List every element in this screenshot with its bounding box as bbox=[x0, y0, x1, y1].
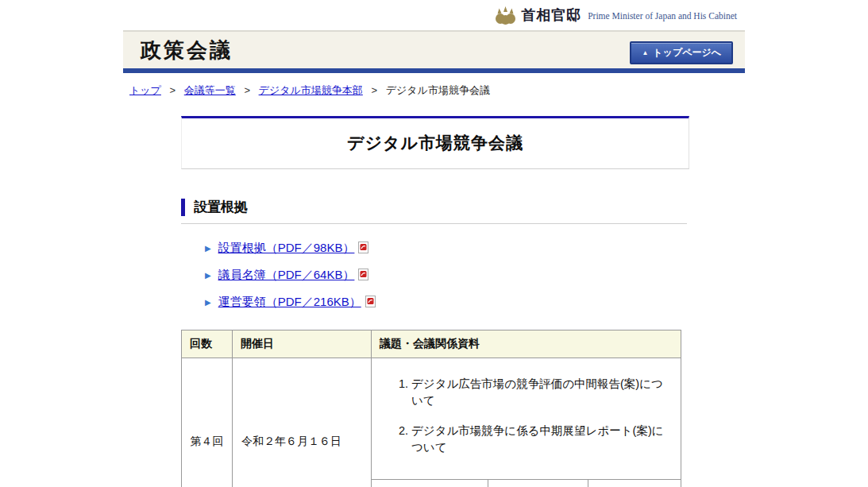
link-member-roster-pdf[interactable]: 議員名簿（PDF／64KB） bbox=[218, 268, 355, 283]
agenda-item: デジタル市場競争に係る中期展望レポート(案)について bbox=[411, 423, 669, 456]
meeting-doc-links-row: 議事次第（PDF／45KB） 配布資料 議事録（PDF／256KB） bbox=[372, 479, 681, 487]
section-heading-wrap: 設置根拠 bbox=[181, 199, 687, 224]
column-header-agenda: 議題・会議関係資料 bbox=[372, 330, 681, 358]
meetings-table: 回数 開催日 議題・会議関係資料 第４回 令和２年６月１６日 デジタル広告市場の… bbox=[181, 330, 681, 487]
list-item: ▶ 議員名簿（PDF／64KB） bbox=[205, 268, 689, 283]
breadcrumb-link-digital-market-hq[interactable]: デジタル市場競争本部 bbox=[259, 84, 363, 96]
site-subtitle: Prime Minister of Japan and His Cabinet bbox=[588, 10, 737, 21]
to-top-page-button[interactable]: ▲ トップページへ bbox=[630, 41, 733, 64]
breadcrumb-separator: > bbox=[371, 84, 377, 96]
meeting-date: 令和２年６月１６日 bbox=[233, 358, 372, 487]
agenda-item: デジタル広告市場の競争評価の中間報告(案)について bbox=[411, 376, 669, 409]
page-title-box: デジタル市場競争会議 bbox=[181, 116, 689, 169]
up-arrow-icon: ▲ bbox=[642, 50, 648, 56]
page-title: デジタル市場競争会議 bbox=[182, 132, 689, 154]
breadcrumb-current: デジタル市場競争会議 bbox=[386, 84, 490, 96]
pdf-icon bbox=[365, 296, 376, 310]
triangle-bullet-icon: ▶ bbox=[205, 299, 211, 307]
breadcrumb-separator: > bbox=[244, 84, 250, 96]
minutes-pdf-cell: 議事録（PDF／256KB） bbox=[588, 480, 681, 487]
pdf-icon bbox=[358, 242, 368, 256]
link-establishment-basis-pdf[interactable]: 設置根拠（PDF／98KB） bbox=[218, 241, 355, 256]
document-link-list: ▶ 設置根拠（PDF／98KB） ▶ 議員名簿（PDF／64KB） ▶ 運営要領… bbox=[205, 241, 689, 310]
site-topbar: 首相官邸 Prime Minister of Japan and His Cab… bbox=[0, 0, 745, 30]
triangle-bullet-icon: ▶ bbox=[205, 245, 211, 253]
page-header-band: 政策会議 ▲ トップページへ bbox=[123, 30, 745, 73]
list-item: ▶ 運営要領（PDF／216KB） bbox=[205, 295, 689, 310]
breadcrumb-link-top[interactable]: トップ bbox=[129, 84, 161, 96]
handout-cell: 配布資料 bbox=[488, 480, 588, 487]
meeting-agenda-cell: デジタル広告市場の競争評価の中間報告(案)について デジタル市場競争に係る中期展… bbox=[372, 358, 681, 487]
pdf-icon bbox=[358, 269, 368, 283]
table-header-row: 回数 開催日 議題・会議関係資料 bbox=[182, 330, 681, 358]
site-section-title: 政策会議 bbox=[141, 37, 233, 64]
agenda-pdf-cell: 議事次第（PDF／45KB） bbox=[372, 480, 488, 487]
to-top-page-label: トップページへ bbox=[653, 46, 721, 60]
breadcrumb-separator: > bbox=[170, 84, 176, 96]
agenda-list-wrap: デジタル広告市場の競争評価の中間報告(案)について デジタル市場競争に係る中期展… bbox=[372, 358, 681, 479]
meeting-number: 第４回 bbox=[182, 358, 233, 487]
link-operating-guidelines-pdf[interactable]: 運営要領（PDF／216KB） bbox=[218, 295, 361, 310]
column-header-kaisu: 回数 bbox=[182, 330, 233, 358]
list-item: ▶ 設置根拠（PDF／98KB） bbox=[205, 241, 689, 256]
kantei-logo[interactable]: 首相官邸 Prime Minister of Japan and His Cab… bbox=[496, 6, 737, 25]
breadcrumb-link-meetings-list[interactable]: 会議等一覧 bbox=[184, 84, 236, 96]
kantei-crest-icon bbox=[496, 6, 515, 25]
table-row: 第４回 令和２年６月１６日 デジタル広告市場の競争評価の中間報告(案)について … bbox=[182, 358, 681, 487]
site-name: 首相官邸 bbox=[521, 6, 581, 25]
section-heading: 設置根拠 bbox=[181, 199, 687, 216]
main-content: デジタル市場競争会議 設置根拠 ▶ 設置根拠（PDF／98KB） ▶ 議員名簿（… bbox=[181, 116, 689, 487]
column-header-date: 開催日 bbox=[233, 330, 372, 358]
triangle-bullet-icon: ▶ bbox=[205, 272, 211, 280]
breadcrumb: トップ > 会議等一覧 > デジタル市場競争本部 > デジタル市場競争会議 bbox=[129, 83, 868, 98]
